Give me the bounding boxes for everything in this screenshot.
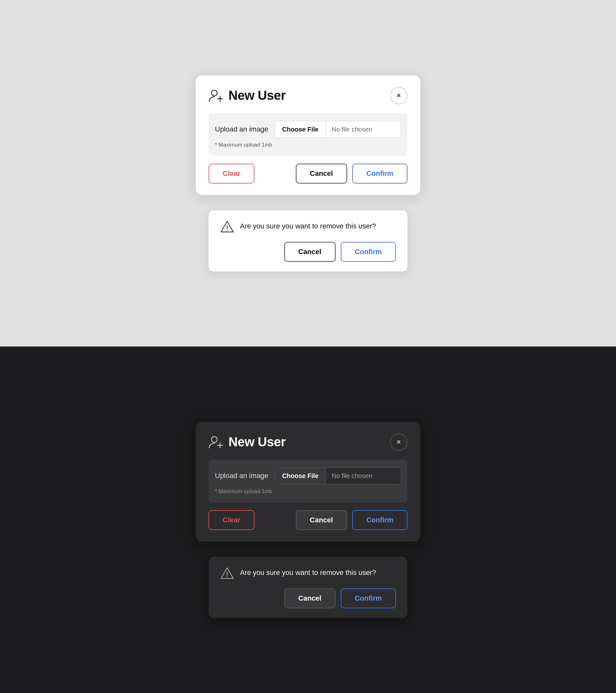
upload-section-dark: Upload an image Choose File No file chos…	[208, 460, 408, 502]
user-add-icon-light	[208, 88, 224, 103]
confirm-message-dark: Are you sure you want to remove this use…	[240, 568, 376, 578]
confirm-message-row-light: Are you sure you want to remove this use…	[220, 220, 396, 233]
choose-file-button-dark[interactable]: Choose File	[275, 468, 326, 484]
dialog-cancel-button-light[interactable]: Cancel	[284, 242, 336, 262]
dialog-cancel-button-dark[interactable]: Cancel	[284, 589, 336, 608]
confirm-button-light[interactable]: Confirm	[352, 164, 408, 183]
confirm-message-light: Are you sure you want to remove this use…	[240, 221, 376, 231]
upload-row-dark: Upload an image Choose File No file chos…	[215, 468, 401, 484]
warning-triangle-icon-light	[220, 220, 234, 233]
cancel-button-dark[interactable]: Cancel	[296, 510, 347, 530]
modal-title-group-dark: New User	[208, 435, 285, 449]
modal-right-actions-light: Cancel Confirm	[296, 164, 408, 183]
no-file-text-dark: No file chosen	[326, 468, 401, 484]
svg-point-4	[227, 230, 228, 231]
dark-section: New User × Upload an image Choose File N…	[0, 346, 616, 693]
new-user-modal-light: New User × Upload an image Choose File N…	[196, 75, 420, 195]
modal-header-light: New User ×	[208, 87, 408, 104]
modal-actions-light: Clear Cancel Confirm	[208, 164, 408, 183]
svg-point-5	[212, 437, 217, 442]
confirm-actions-light: Cancel Confirm	[220, 242, 396, 262]
dialog-confirm-button-light[interactable]: Confirm	[341, 242, 396, 262]
modal-header-dark: New User ×	[208, 433, 408, 451]
modal-actions-dark: Clear Cancel Confirm	[208, 510, 408, 530]
modal-title-dark: New User	[228, 435, 285, 449]
upload-label-dark: Upload an image	[215, 472, 268, 480]
svg-point-0	[212, 90, 217, 96]
warning-triangle-icon-dark	[220, 567, 234, 579]
light-section: New User × Upload an image Choose File N…	[0, 0, 616, 346]
upload-hint-light: * Maximum upload 1mb	[215, 142, 401, 148]
modal-close-button-light[interactable]: ×	[390, 87, 408, 104]
user-add-icon-dark	[208, 435, 224, 449]
modal-title-group-light: New User	[208, 88, 285, 103]
upload-label-light: Upload an image	[215, 125, 268, 134]
confirm-dialog-light: Are you sure you want to remove this use…	[208, 211, 408, 272]
clear-button-dark[interactable]: Clear	[208, 510, 254, 530]
file-input-group-light: Choose File No file chosen	[275, 121, 401, 138]
modal-close-button-dark[interactable]: ×	[390, 433, 408, 451]
confirm-message-row-dark: Are you sure you want to remove this use…	[220, 567, 396, 579]
modal-title-light: New User	[228, 88, 285, 103]
choose-file-button-light[interactable]: Choose File	[275, 121, 326, 138]
confirm-button-dark[interactable]: Confirm	[352, 510, 408, 530]
dialog-confirm-button-dark[interactable]: Confirm	[341, 589, 396, 608]
upload-hint-dark: * Maximum upload 1mb	[215, 488, 401, 495]
clear-button-light[interactable]: Clear	[208, 164, 254, 183]
modal-right-actions-dark: Cancel Confirm	[296, 510, 408, 530]
confirm-actions-dark: Cancel Confirm	[220, 589, 396, 608]
file-input-group-dark: Choose File No file chosen	[275, 468, 401, 484]
cancel-button-light[interactable]: Cancel	[296, 164, 347, 183]
upload-row-light: Upload an image Choose File No file chos…	[215, 121, 401, 138]
upload-section-light: Upload an image Choose File No file chos…	[208, 113, 408, 156]
svg-point-9	[227, 576, 228, 577]
new-user-modal-dark: New User × Upload an image Choose File N…	[196, 422, 420, 541]
confirm-dialog-dark: Are you sure you want to remove this use…	[208, 557, 408, 618]
no-file-text-light: No file chosen	[326, 121, 401, 138]
